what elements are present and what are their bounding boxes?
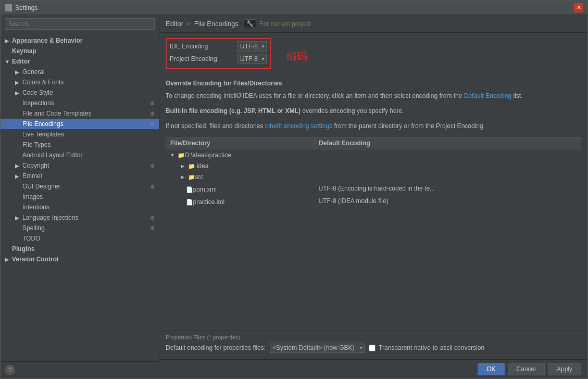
sidebar-item-label: Editor xyxy=(12,58,30,65)
encoding-cell xyxy=(315,149,581,160)
breadcrumb-separator: > xyxy=(187,20,193,28)
encoding-cell xyxy=(315,160,581,171)
table-row[interactable]: src xyxy=(166,171,581,182)
settings-badge-icon: ⚙ xyxy=(150,111,155,117)
settings-badge-icon: ⚙ xyxy=(150,184,155,190)
dialog-buttons: OK Cancel Apply xyxy=(159,359,587,378)
arrow-icon xyxy=(5,257,10,262)
sidebar-item-spelling[interactable]: Spelling ⚙ xyxy=(1,223,159,233)
table-row[interactable]: D:\ideas\practice xyxy=(166,149,581,160)
encoding-cell xyxy=(315,171,581,182)
sidebar-item-label: Language Injections xyxy=(22,214,78,221)
sidebar-item-label: Code Style xyxy=(22,89,53,96)
sidebar-item-file-encodings[interactable]: File Encodings ⚙ xyxy=(1,119,159,129)
properties-select-wrap: <System Default> (now GBK) xyxy=(270,343,365,353)
ok-button[interactable]: OK xyxy=(478,363,504,375)
sidebar-item-label: Spelling xyxy=(22,224,45,232)
col-default-encoding: Default Encoding xyxy=(315,137,581,149)
settings-badge-icon: ⚙ xyxy=(150,225,155,231)
arrow-icon xyxy=(5,59,10,65)
sidebar-item-intentions[interactable]: Intentions xyxy=(1,202,159,212)
project-encoding-label: Project Encoding: xyxy=(170,55,237,62)
sidebar-item-editor[interactable]: Editor xyxy=(1,56,159,67)
settings-badge-icon: ⚙ xyxy=(150,100,155,106)
settings-badge-icon: ⚙ xyxy=(150,163,155,169)
search-input[interactable] xyxy=(5,18,155,30)
sidebar-item-label: File and Code Templates xyxy=(22,110,92,117)
col-file-dir: File/Directory xyxy=(166,137,315,149)
sidebar-item-label: File Encodings xyxy=(22,120,64,128)
project-encoding-select[interactable]: UTF-8 xyxy=(237,54,267,64)
sidebar-item-plugins[interactable]: Plugins xyxy=(1,244,159,254)
row-arrow-icon xyxy=(181,174,186,180)
inherit-encoding-link[interactable]: inherit encoding settings xyxy=(265,122,332,130)
xml-file-icon xyxy=(186,186,193,193)
iml-file-icon xyxy=(186,198,193,206)
cancel-button[interactable]: Cancel xyxy=(508,363,545,375)
arrow-icon xyxy=(15,215,20,221)
file-directory-table: File/Directory Default Encoding D:\id xyxy=(166,137,581,207)
sidebar-item-label: Plugins xyxy=(12,245,34,252)
sidebar-item-label: Appearance & Behavior xyxy=(12,37,82,44)
transparent-conversion-label: Transparent native-to-ascii conversion xyxy=(379,344,484,351)
chinese-encoding-label: 编码 xyxy=(286,49,307,64)
arrow-icon xyxy=(15,69,20,75)
sidebar-item-inspections[interactable]: Inspections ⚙ xyxy=(1,98,159,108)
ide-encoding-select[interactable]: UTF-8 xyxy=(237,41,267,52)
titlebar: Settings ✕ xyxy=(1,1,587,15)
sidebar-item-label: Inspections xyxy=(22,99,54,107)
app-icon xyxy=(5,4,12,11)
sidebar-item-colors-fonts[interactable]: Colors & Fonts xyxy=(1,77,159,87)
sidebar-item-label: Colors & Fonts xyxy=(22,79,64,86)
sidebar: Appearance & Behavior Keymap Editor Gene… xyxy=(1,15,159,378)
sidebar-item-label: Intentions xyxy=(22,204,49,211)
settings-badge-icon: ⚙ xyxy=(150,215,155,221)
sidebar-item-emmet[interactable]: Emmet xyxy=(1,171,159,181)
row-arrow-icon xyxy=(170,153,176,158)
right-panel: Editor > File Encodings 🔧 For current pr… xyxy=(159,15,587,378)
project-encoding-select-wrap: UTF-8 xyxy=(237,54,267,64)
sidebar-item-keymap[interactable]: Keymap xyxy=(1,46,159,56)
panel-header: Editor > File Encodings 🔧 For current pr… xyxy=(159,15,587,33)
apply-button[interactable]: Apply xyxy=(548,363,581,375)
sidebar-item-live-templates[interactable]: Live Templates xyxy=(1,129,159,140)
transparent-conversion-checkbox[interactable] xyxy=(369,345,376,351)
properties-encoding-select[interactable]: <System Default> (now GBK) xyxy=(270,343,365,353)
arrow-icon xyxy=(15,80,20,85)
table-row[interactable]: pom.xml UTF-8 (Encoding is hard-coded in… xyxy=(166,182,581,195)
sidebar-item-file-code-templates[interactable]: File and Code Templates ⚙ xyxy=(1,108,159,119)
override-section-title: Override Encoding for Files/Directories xyxy=(166,80,581,87)
sidebar-item-appearance[interactable]: Appearance & Behavior xyxy=(1,35,159,46)
row-arrow-icon xyxy=(181,163,186,169)
ide-encoding-select-wrap: UTF-8 xyxy=(237,41,267,52)
sidebar-item-android-layout[interactable]: Android Layout Editor xyxy=(1,150,159,160)
sidebar-item-todo[interactable]: TODO xyxy=(1,233,159,244)
folder-icon xyxy=(188,173,195,181)
project-encoding-row: Project Encoding: UTF-8 xyxy=(170,54,267,64)
default-encoding-link[interactable]: Default Encoding xyxy=(464,92,511,99)
search-box xyxy=(1,15,159,33)
info-text-1: To change encoding IntelliJ IDEA uses fo… xyxy=(166,91,581,101)
help-button[interactable]: ? xyxy=(5,365,15,375)
settings-window: Settings ✕ Appearance & Behavior Keymap xyxy=(0,0,588,379)
sidebar-item-gui-designer[interactable]: GUI Designer ⚙ xyxy=(1,181,159,192)
encoding-box: IDE Encoding: UTF-8 Project Encoding: xyxy=(166,38,271,69)
properties-label: Default encoding for properties files: xyxy=(166,344,266,351)
sidebar-item-label: GUI Designer xyxy=(22,183,60,190)
arrow-icon xyxy=(15,90,20,96)
sidebar-item-code-style[interactable]: Code Style xyxy=(1,87,159,98)
sidebar-item-version-control[interactable]: Version Control xyxy=(1,254,159,264)
info-text-3: If not specified, files and directories … xyxy=(166,121,581,131)
sidebar-item-file-types[interactable]: File Types xyxy=(1,140,159,150)
sidebar-item-general[interactable]: General xyxy=(1,67,159,77)
folder-icon xyxy=(188,162,195,170)
close-button[interactable]: ✕ xyxy=(574,3,583,12)
sidebar-item-language-injections[interactable]: Language Injections ⚙ xyxy=(1,212,159,223)
table-row[interactable]: .idea xyxy=(166,160,581,171)
sidebar-item-label: TODO xyxy=(22,235,40,242)
sidebar-item-label: General xyxy=(22,68,45,75)
sidebar-item-images[interactable]: Images xyxy=(1,192,159,202)
sidebar-item-copyright[interactable]: Copyright ⚙ xyxy=(1,160,159,171)
properties-title: Properties Files (*.properties) xyxy=(166,334,581,340)
table-row[interactable]: practice.iml UTF-8 (IDEA module file) xyxy=(166,195,581,207)
